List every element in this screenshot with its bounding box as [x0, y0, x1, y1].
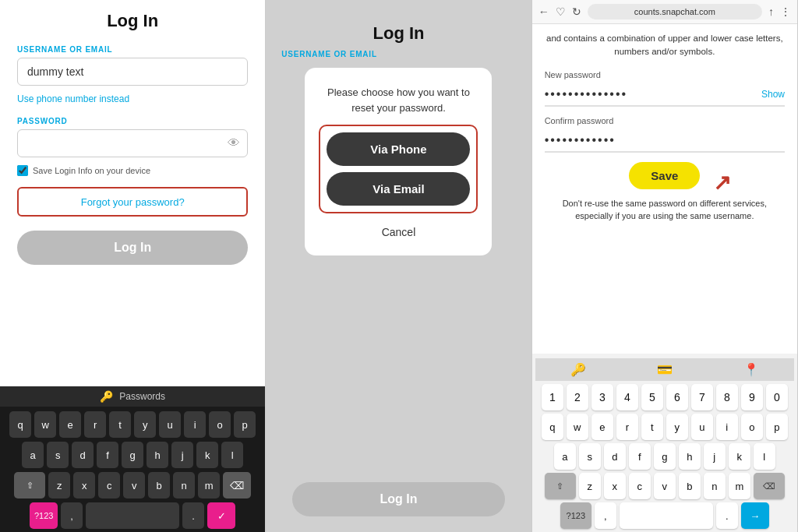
kb3-period[interactable]: . — [716, 502, 738, 529]
kb3-f[interactable]: f — [629, 443, 651, 470]
kb3-y[interactable]: y — [666, 414, 688, 440]
kb3-v[interactable]: v — [654, 473, 676, 499]
kb3-num-mode[interactable]: ?123 — [560, 502, 591, 529]
key-e[interactable]: e — [59, 411, 81, 438]
key-g[interactable]: g — [122, 442, 143, 468]
confirm-password-row: •••••••••••• — [545, 129, 785, 153]
kb3-q[interactable]: q — [542, 414, 563, 440]
num-7[interactable]: 7 — [691, 384, 713, 410]
key-r[interactable]: r — [84, 411, 106, 438]
kb3-comma[interactable]: , — [595, 502, 616, 529]
kb3-i[interactable]: i — [716, 414, 738, 440]
kb3-p[interactable]: p — [766, 414, 788, 440]
toolbar-card-icon[interactable]: 💳 — [657, 362, 673, 377]
kb3-b[interactable]: b — [679, 473, 701, 499]
key-q[interactable]: q — [9, 411, 31, 438]
shift-key[interactable]: ⇧ — [14, 472, 45, 499]
kb3-l[interactable]: l — [754, 443, 775, 470]
key-z[interactable]: z — [48, 472, 70, 499]
key-k[interactable]: k — [196, 442, 218, 468]
save-button[interactable]: Save ↗ — [629, 162, 700, 189]
key-p[interactable]: p — [234, 411, 256, 438]
kb3-m[interactable]: m — [729, 473, 750, 499]
kb3-g[interactable]: g — [654, 443, 676, 470]
comma-key[interactable]: , — [61, 502, 83, 529]
num-2[interactable]: 2 — [567, 384, 588, 410]
period-key[interactable]: . — [182, 502, 204, 529]
key-h[interactable]: h — [147, 442, 168, 468]
num-5[interactable]: 5 — [641, 384, 663, 410]
backspace-key[interactable]: ⌫ — [223, 472, 251, 499]
key-x[interactable]: x — [73, 472, 95, 499]
kb3-row-2: a s d f g h j k l — [535, 443, 794, 470]
key-b[interactable]: b — [148, 472, 170, 499]
num-0[interactable]: 0 — [766, 384, 788, 410]
save-checkbox[interactable] — [17, 165, 28, 176]
key-v[interactable]: v — [123, 472, 145, 499]
key-y[interactable]: y — [134, 411, 156, 438]
space-key[interactable] — [86, 502, 179, 529]
kb3-u[interactable]: u — [691, 414, 713, 440]
cancel-button[interactable]: Cancel — [382, 223, 416, 241]
num-3[interactable]: 3 — [591, 384, 613, 410]
kb3-c[interactable]: c — [629, 473, 651, 499]
kb3-space[interactable] — [620, 502, 713, 529]
key-f[interactable]: f — [97, 442, 118, 468]
kb3-w[interactable]: w — [567, 414, 588, 440]
kb3-j[interactable]: j — [704, 443, 726, 470]
kb3-shift[interactable]: ⇧ — [545, 473, 576, 499]
kb3-d[interactable]: d — [604, 443, 626, 470]
kb3-s[interactable]: s — [579, 443, 601, 470]
num-1[interactable]: 1 — [542, 384, 563, 410]
num-key[interactable]: ?123 — [30, 502, 58, 529]
key-d[interactable]: d — [72, 442, 94, 468]
phone-link[interactable]: Use phone number instead — [17, 93, 248, 104]
toolbar-location-icon[interactable]: 📍 — [743, 362, 759, 377]
kb3-z[interactable]: z — [579, 473, 601, 499]
back-icon[interactable]: ← — [538, 5, 549, 18]
kb3-a[interactable]: a — [554, 443, 576, 470]
kb3-k[interactable]: k — [729, 443, 750, 470]
key-o[interactable]: o — [209, 411, 231, 438]
key-n[interactable]: n — [173, 472, 195, 499]
via-email-button[interactable]: Via Email — [327, 172, 470, 206]
url-bar[interactable]: counts.snapchat.com — [588, 4, 762, 19]
kb3-enter[interactable]: → — [741, 502, 769, 529]
kb3-r[interactable]: r — [616, 414, 638, 440]
refresh-icon[interactable]: ↻ — [572, 5, 581, 18]
enter-key[interactable]: ✓ — [207, 502, 235, 529]
key-i[interactable]: i — [184, 411, 206, 438]
kb3-n[interactable]: n — [704, 473, 726, 499]
kb3-x[interactable]: x — [604, 473, 626, 499]
kb3-e[interactable]: e — [591, 414, 613, 440]
num-4[interactable]: 4 — [616, 384, 638, 410]
show-password-link[interactable]: Show — [761, 89, 785, 100]
key-a[interactable]: a — [22, 442, 44, 468]
forgot-link[interactable]: Forgot your password? — [81, 196, 185, 208]
login-button[interactable]: Log In — [17, 231, 248, 265]
key-l[interactable]: l — [221, 442, 243, 468]
kb3-t[interactable]: t — [641, 414, 663, 440]
key-s[interactable]: s — [47, 442, 69, 468]
key-m[interactable]: m — [198, 472, 220, 499]
num-8[interactable]: 8 — [716, 384, 738, 410]
username-input[interactable] — [17, 58, 248, 86]
eye-icon[interactable]: 👁 — [228, 136, 240, 150]
via-phone-button[interactable]: Via Phone — [327, 132, 470, 166]
key-w[interactable]: w — [34, 411, 56, 438]
bookmark-icon[interactable]: ♡ — [556, 5, 566, 18]
password-input[interactable] — [17, 129, 248, 157]
kb3-h[interactable]: h — [679, 443, 701, 470]
toolbar-key-icon[interactable]: 🔑 — [570, 362, 586, 377]
key-j[interactable]: j — [171, 442, 193, 468]
panel2-login-button[interactable]: Log In — [292, 482, 504, 516]
num-9[interactable]: 9 — [741, 384, 763, 410]
key-u[interactable]: u — [159, 411, 181, 438]
menu-icon[interactable]: ⋮ — [780, 5, 791, 18]
key-t[interactable]: t — [109, 411, 131, 438]
key-c[interactable]: c — [98, 472, 120, 499]
kb3-o[interactable]: o — [741, 414, 763, 440]
num-6[interactable]: 6 — [666, 384, 688, 410]
share-icon[interactable]: ↑ — [768, 5, 774, 18]
kb3-backspace[interactable]: ⌫ — [754, 473, 785, 499]
